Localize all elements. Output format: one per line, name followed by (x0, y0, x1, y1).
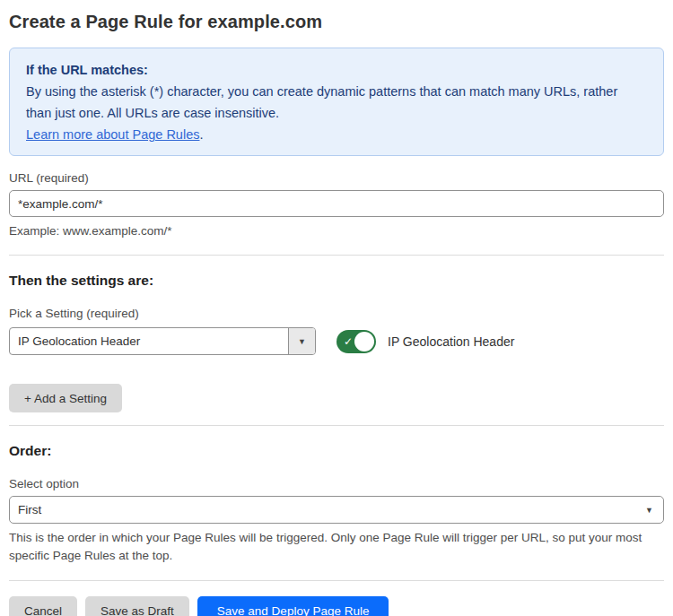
setting-dropdown[interactable]: IP Geolocation Header ▼ (9, 327, 316, 355)
dropdown-arrow-button[interactable]: ▼ (288, 328, 315, 354)
add-setting-button[interactable]: + Add a Setting (9, 384, 122, 412)
url-example-text: Example: www.example.com/* (9, 222, 655, 240)
setting-dropdown-value: IP Geolocation Header (10, 328, 288, 354)
toggle-knob (354, 332, 374, 351)
cancel-button[interactable]: Cancel (9, 596, 77, 616)
info-box-body: By using the asterisk (*) character, you… (26, 81, 645, 124)
link-suffix: . (199, 127, 203, 142)
divider (9, 580, 664, 581)
info-box-link-line: Learn more about Page Rules. (26, 124, 647, 145)
setting-row: IP Geolocation Header ▼ ✓ IP Geolocation… (9, 327, 664, 355)
order-help-text: This is the order in which your Page Rul… (9, 529, 655, 565)
url-match-info-box: If the URL matches: By using the asteris… (9, 48, 664, 156)
save-as-draft-button[interactable]: Save as Draft (85, 596, 189, 616)
save-and-deploy-button[interactable]: Save and Deploy Page Rule (197, 596, 389, 616)
page-title: Create a Page Rule for example.com (9, 12, 664, 32)
checkmark-icon: ✓ (344, 335, 353, 348)
order-dropdown[interactable]: First ▼ (9, 496, 664, 524)
order-section-heading: Order: (9, 443, 664, 459)
toggle-label: IP Geolocation Header (388, 334, 514, 349)
setting-picker-label: Pick a Setting (required) (9, 307, 664, 320)
settings-section-heading: Then the settings are: (9, 273, 664, 289)
url-field-label: URL (required) (9, 171, 664, 185)
chevron-down-icon: ▼ (645, 506, 653, 515)
actions-row: Cancel Save as Draft Save and Deploy Pag… (9, 596, 664, 616)
info-box-heading: If the URL matches: (26, 59, 647, 81)
setting-toggle[interactable]: ✓ (336, 330, 376, 353)
chevron-down-icon: ▼ (298, 337, 306, 346)
divider (9, 255, 664, 256)
url-input[interactable] (9, 190, 664, 217)
learn-more-link[interactable]: Learn more about Page Rules (26, 127, 199, 142)
divider (9, 425, 664, 426)
order-select-label: Select option (9, 477, 664, 490)
order-dropdown-value: First (18, 503, 41, 516)
